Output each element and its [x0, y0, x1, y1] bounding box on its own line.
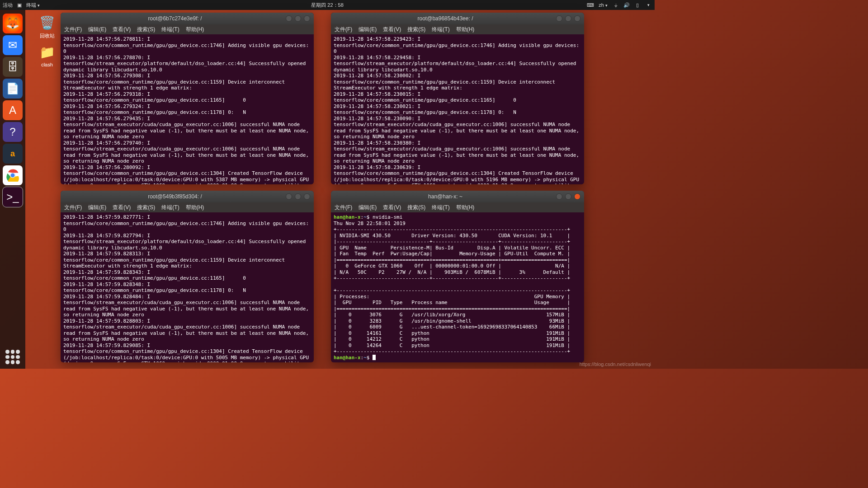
- titlebar[interactable]: root@ba96854b43ee: /: [331, 13, 584, 24]
- menu-terminal[interactable]: 终端(T): [432, 26, 449, 33]
- terminal-menubar: 文件(F) 编辑(E) 查看(V) 搜索(S) 终端(T) 帮助(H): [331, 24, 584, 34]
- watermark: https://blog.csdn.net/csdnliwenqi: [580, 361, 651, 367]
- svg-point-2: [10, 173, 15, 178]
- menu-view[interactable]: 查看(V): [383, 26, 401, 33]
- gnome-topbar: 活动 ▣ 终端 ▾ 星期四 22：58 ⌨ zh ▾ ⏚ 🔊 ▯ ▾: [0, 0, 655, 10]
- titlebar[interactable]: root@6b7c274e3e9f: /: [61, 13, 314, 24]
- minimize-button[interactable]: [286, 15, 292, 22]
- menu-edit[interactable]: 编辑(E): [88, 26, 106, 33]
- terminal-menubar: 文件(F) 编辑(E) 查看(V) 搜索(S) 终端(T) 帮助(H): [61, 24, 314, 34]
- terminal-menubar: 文件(F) 编辑(E) 查看(V) 搜索(S) 终端(T) 帮助(H): [61, 202, 314, 212]
- terminal-icon: ▣: [17, 2, 22, 8]
- menu-edit[interactable]: 编辑(E): [359, 26, 377, 33]
- trash-icon: 🗑️: [38, 14, 56, 32]
- ubuntu-dock: 🦊 ✉ 🗄 📄 A ? a >_: [0, 10, 25, 369]
- titlebar[interactable]: han@han-x: ~: [331, 191, 584, 202]
- clock[interactable]: 星期四 22：58: [311, 2, 344, 9]
- dock-software-icon[interactable]: A: [3, 100, 23, 120]
- menu-view[interactable]: 查看(V): [383, 204, 401, 211]
- menu-view[interactable]: 查看(V): [113, 26, 131, 33]
- terminal-body[interactable]: han@han-x:~$ nvidia-smi Thu Nov 28 22:58…: [331, 212, 584, 362]
- dock-libreoffice-icon[interactable]: 📄: [3, 79, 23, 99]
- activities-button[interactable]: 活动: [3, 2, 13, 9]
- minimize-button[interactable]: [556, 193, 562, 200]
- menu-view[interactable]: 查看(V): [113, 204, 131, 211]
- dock-terminal-icon[interactable]: >_: [3, 187, 23, 207]
- terminal-output: Thu Nov 28 22:58:01 2019 +--------------…: [334, 221, 570, 355]
- desktop-icons: 🗑️ 回收站 📁 clash: [34, 14, 60, 67]
- prompt-path: ~: [363, 214, 367, 220]
- keyboard-icon[interactable]: ⌨: [588, 2, 593, 8]
- cursor-icon: [373, 355, 376, 360]
- menu-help[interactable]: 帮助(H): [186, 26, 204, 33]
- battery-icon[interactable]: ▯: [635, 2, 640, 8]
- terminal-window-3[interactable]: root@ba96854b43ee: / 文件(F) 编辑(E) 查看(V) 搜…: [331, 13, 584, 184]
- maximize-button[interactable]: [565, 15, 571, 22]
- dock-chrome-icon[interactable]: [3, 165, 23, 185]
- network-icon[interactable]: ⏚: [613, 2, 618, 8]
- terminal-window-1[interactable]: root@6b7c274e3e9f: / 文件(F) 编辑(E) 查看(V) 搜…: [61, 13, 314, 184]
- menu-terminal[interactable]: 终端(T): [161, 26, 179, 33]
- menu-terminal[interactable]: 终端(T): [161, 204, 179, 211]
- dock-files-icon[interactable]: 🗄: [3, 57, 23, 77]
- close-button[interactable]: [304, 15, 310, 22]
- terminal-window-4[interactable]: han@han-x: ~ 文件(F) 编辑(E) 查看(V) 搜索(S) 终端(…: [331, 191, 584, 362]
- dock-firefox-icon[interactable]: 🦊: [3, 14, 23, 33]
- terminal-body[interactable]: 2019-11-28 14:57:59.827771: I tensorflow…: [61, 212, 314, 362]
- menu-file[interactable]: 文件(F): [335, 204, 352, 211]
- minimize-button[interactable]: [556, 15, 562, 22]
- close-button[interactable]: [574, 15, 580, 22]
- prompt-path: ~: [363, 355, 367, 361]
- close-button[interactable]: [574, 193, 580, 200]
- menu-search[interactable]: 搜索(S): [407, 204, 425, 211]
- menu-terminal[interactable]: 终端(T): [432, 204, 449, 211]
- minimize-button[interactable]: [286, 193, 292, 200]
- terminal-body[interactable]: 2019-11-28 14:57:58.229423: I tensorflow…: [331, 34, 584, 184]
- dock-amazon-icon[interactable]: a: [3, 144, 23, 164]
- app-menu-label[interactable]: 终端 ▾: [26, 2, 40, 9]
- maximize-button[interactable]: [295, 15, 301, 22]
- dock-help-icon[interactable]: ?: [3, 122, 23, 142]
- entered-command: nvidia-smi: [373, 214, 402, 220]
- system-menu-arrow-icon[interactable]: ▾: [646, 2, 651, 8]
- menu-help[interactable]: 帮助(H): [186, 204, 204, 211]
- titlebar[interactable]: root@549b3f85d304: /: [61, 191, 314, 202]
- menu-help[interactable]: 帮助(H): [456, 204, 475, 211]
- menu-edit[interactable]: 编辑(E): [88, 204, 106, 211]
- volume-icon[interactable]: 🔊: [624, 2, 629, 8]
- menu-file[interactable]: 文件(F): [335, 26, 352, 33]
- menu-search[interactable]: 搜索(S): [137, 26, 155, 33]
- terminal-menubar: 文件(F) 编辑(E) 查看(V) 搜索(S) 终端(T) 帮助(H): [331, 202, 584, 212]
- window-title: root@549b3f85d304: /: [64, 193, 286, 200]
- terminal-output: 2019-11-28 14:57:56.278811: I tensorflow…: [63, 36, 312, 184]
- window-title: han@han-x: ~: [335, 193, 556, 200]
- menu-help[interactable]: 帮助(H): [456, 26, 475, 33]
- terminal-body[interactable]: 2019-11-28 14:57:56.278811: I tensorflow…: [61, 34, 314, 184]
- trash-desktop-icon[interactable]: 🗑️ 回收站: [34, 14, 60, 39]
- show-applications-button[interactable]: [5, 350, 20, 364]
- maximize-button[interactable]: [565, 193, 571, 200]
- terminal-output: 2019-11-28 14:57:58.229423: I tensorflow…: [334, 36, 582, 184]
- clash-folder-icon[interactable]: 📁 clash: [34, 43, 60, 67]
- menu-search[interactable]: 搜索(S): [137, 204, 155, 211]
- window-title: root@6b7c274e3e9f: /: [64, 15, 286, 22]
- window-title: root@ba96854b43ee: /: [335, 15, 556, 22]
- menu-edit[interactable]: 编辑(E): [359, 204, 377, 211]
- close-button[interactable]: [304, 193, 310, 200]
- menu-file[interactable]: 文件(F): [64, 26, 82, 33]
- terminal-window-2[interactable]: root@549b3f85d304: / 文件(F) 编辑(E) 查看(V) 搜…: [61, 191, 314, 362]
- dock-thunderbird-icon[interactable]: ✉: [3, 35, 23, 55]
- terminal-output: 2019-11-28 14:57:59.827771: I tensorflow…: [63, 214, 312, 362]
- clash-label: clash: [41, 62, 53, 67]
- maximize-button[interactable]: [295, 193, 301, 200]
- prompt-user: han@han-x: [334, 355, 361, 361]
- menu-file[interactable]: 文件(F): [64, 204, 82, 211]
- language-indicator[interactable]: zh ▾: [599, 2, 608, 8]
- trash-label: 回收站: [40, 33, 55, 38]
- prompt-user: han@han-x: [334, 214, 361, 220]
- menu-search[interactable]: 搜索(S): [407, 26, 425, 33]
- folder-icon: 📁: [38, 43, 56, 61]
